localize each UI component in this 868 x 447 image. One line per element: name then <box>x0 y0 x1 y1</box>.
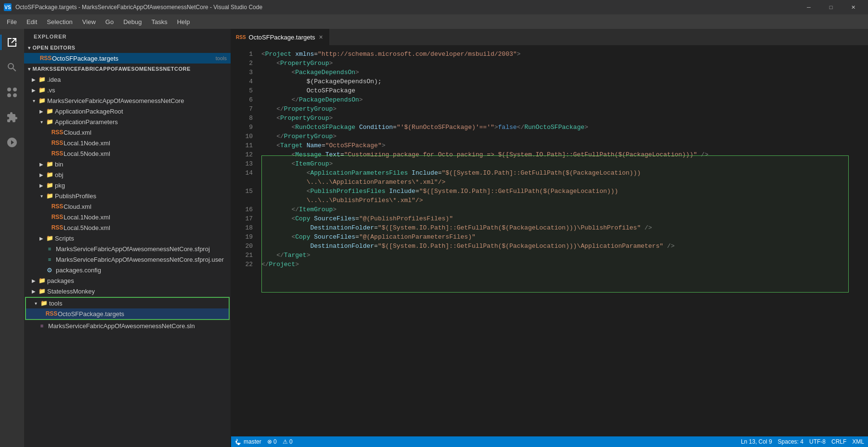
close-button[interactable]: ✕ <box>842 0 864 14</box>
tab-rss-icon: RSS <box>236 35 246 40</box>
app-params-folder[interactable]: ▾ 📁 ApplicationParameters <box>24 116 231 127</box>
sidebar-title: EXPLORER <box>24 29 231 42</box>
pp-local-5node[interactable]: ▶ RSS Local.5Node.xml <box>24 222 231 233</box>
open-editor-badge: tools <box>216 55 227 61</box>
sfproj-user-icon: ≡ <box>45 256 54 262</box>
stateless-monkey-folder[interactable]: ▶ 📁 StatelessMonkey <box>24 286 231 296</box>
code-line-17: <Copy SourceFiles="@(PublishProfilesFile… <box>261 214 868 223</box>
sln-label: MarksServiceFabricAppOfAwesomenessNetCor… <box>48 322 231 330</box>
sfproj-file[interactable]: ▶ ≡ MarksServiceFabricAppOfAwesomenessNe… <box>24 243 231 254</box>
scripts-folder[interactable]: ▶ 📁 Scripts <box>24 233 231 243</box>
search-icon[interactable] <box>0 56 24 79</box>
open-editor-item[interactable]: RSS OctoSFPackage.targets tools <box>24 53 231 64</box>
menu-item-go[interactable]: Go <box>101 14 118 29</box>
menu-item-selection[interactable]: Selection <box>42 14 77 29</box>
sln-file[interactable]: ▶ ≡ MarksServiceFabricAppOfAwesomenessNe… <box>24 320 231 331</box>
folder-icon: 📁 <box>45 108 54 115</box>
code-line-21: </Target> <box>261 251 868 260</box>
project-label: MARKSSERVICEFABRICAPPOFAWESOMENESSNETCOR… <box>33 66 191 72</box>
menu-item-tasks[interactable]: Tasks <box>146 14 172 29</box>
menubar: FileEditSelectionViewGoDebugTasksHelp <box>0 14 868 29</box>
sfproj-user-label: MarksServiceFabricAppOfAwesomenessNetCor… <box>56 256 231 263</box>
bin-folder[interactable]: ▶ 📁 bin <box>24 159 231 169</box>
warnings-count[interactable]: ⚠ 0 <box>283 438 293 445</box>
folder-icon: 📁 <box>45 171 54 178</box>
maximize-button[interactable]: □ <box>820 0 842 14</box>
open-editor-name: OctoSFPackage.targets <box>52 55 213 62</box>
folder-icon: 📁 <box>38 288 46 294</box>
local-1node-xml[interactable]: ▶ RSS Local.1Node.xml <box>24 138 231 148</box>
folder-icon: 📁 <box>38 76 46 83</box>
sfproj-icon: ≡ <box>45 246 54 252</box>
code-editor[interactable]: <Project xmlns="http://schemas.microsoft… <box>258 46 868 436</box>
config-icon: ⚙ <box>45 267 54 274</box>
errors-count[interactable]: ⊗ 0 <box>267 438 277 445</box>
packages-config-label: packages.config <box>56 267 231 274</box>
pkg-folder[interactable]: ▶ 📁 pkg <box>24 180 231 191</box>
octosf-targets-label: OctoSFPackage.targets <box>58 310 229 318</box>
open-editors-label: OPEN EDITORS <box>33 45 76 51</box>
menu-item-edit[interactable]: Edit <box>22 14 42 29</box>
code-line-1: <Project xmlns="http://schemas.microsoft… <box>261 50 868 59</box>
spaces[interactable]: Spaces: 4 <box>778 438 803 445</box>
debug-icon[interactable] <box>0 131 24 154</box>
line-col[interactable]: Ln 13, Col 9 <box>741 438 772 445</box>
code-line-14b: \..\..\ApplicationParameters\*.xml"/> <box>261 178 868 187</box>
pp-local-1node-label: Local.1Node.xml <box>64 214 231 221</box>
tab-bar: RSS OctoSFPackage.targets × <box>231 29 868 46</box>
obj-folder[interactable]: ▶ 📁 obj <box>24 169 231 180</box>
code-line-13: <ItemGroup> <box>261 159 868 168</box>
pp-local-5node-label: Local.5Node.xml <box>64 224 231 231</box>
app-package-root-label: ApplicationPackageRoot <box>55 108 231 115</box>
marks-label: MarksServiceFabricAppOfAwesomenessNetCor… <box>47 97 231 104</box>
publish-profiles-folder[interactable]: ▾ 📁 PublishProfiles <box>24 191 231 201</box>
menu-item-debug[interactable]: Debug <box>118 14 146 29</box>
code-line-7: </PropertyGroup> <box>261 104 868 114</box>
sln-icon: ≡ <box>38 323 46 329</box>
source-control-icon[interactable] <box>0 81 24 104</box>
stateless-monkey-label: StatelessMonkey <box>47 288 231 295</box>
explorer-icon[interactable] <box>0 31 24 54</box>
open-editors-header[interactable]: ▾ OPEN EDITORS <box>24 42 231 53</box>
sfproj-user-file[interactable]: ▶ ≡ MarksServiceFabricAppOfAwesomenessNe… <box>24 254 231 265</box>
octosf-targets-file[interactable]: ▶ RSS OctoSFPackage.targets <box>26 308 229 319</box>
packages-config-file[interactable]: ▶ ⚙ packages.config <box>24 265 231 275</box>
editor-tab[interactable]: RSS OctoSFPackage.targets × <box>231 29 329 45</box>
folder-icon: 📁 <box>45 235 54 242</box>
app-container: EXPLORER ▾ OPEN EDITORS RSS OctoSFPackag… <box>0 29 868 447</box>
code-line-5: OctoSFPackage <box>261 86 868 95</box>
folder-icon: 📁 <box>38 277 46 284</box>
menu-item-file[interactable]: File <box>2 14 22 29</box>
tab-close-button[interactable]: × <box>318 33 324 41</box>
tools-label: tools <box>49 300 229 307</box>
sfproj-label: MarksServiceFabricAppOfAwesomenessNetCor… <box>56 245 231 253</box>
menu-item-view[interactable]: View <box>78 14 101 29</box>
minimize-button[interactable]: ─ <box>798 0 820 14</box>
line-ending[interactable]: CRLF <box>831 438 846 445</box>
pp-local-1node[interactable]: ▶ RSS Local.1Node.xml <box>24 212 231 222</box>
code-line-19: <Copy SourceFiles="@(ApplicationParamete… <box>261 232 868 242</box>
folder-icon: 📁 <box>45 192 54 199</box>
idea-folder[interactable]: ▶ 📁 .idea <box>24 74 231 85</box>
packages-folder[interactable]: ▶ 📁 packages <box>24 275 231 286</box>
marks-folder[interactable]: ▾ 📁 MarksServiceFabricAppOfAwesomenessNe… <box>24 95 231 106</box>
local-5node-xml-1[interactable]: ▶ RSS Local.5Node.xml <box>24 148 231 159</box>
code-line-8: <PropertyGroup> <box>261 114 868 123</box>
xml-icon: RSS <box>53 150 62 157</box>
vs-folder[interactable]: ▶ 📁 .vs <box>24 85 231 95</box>
pkg-label: pkg <box>55 182 231 189</box>
language[interactable]: XML <box>852 438 864 445</box>
tools-folder[interactable]: ▾ 📁 tools <box>26 298 229 308</box>
code-line-10: </PropertyGroup> <box>261 132 868 141</box>
menu-item-help[interactable]: Help <box>172 14 195 29</box>
project-header[interactable]: ▾ MARKSSERVICEFABRICAPPOFAWESOMENESSNETC… <box>24 64 231 74</box>
obj-label: obj <box>55 171 231 179</box>
git-branch[interactable]: master <box>235 438 261 445</box>
app-package-root-folder[interactable]: ▶ 📁 ApplicationPackageRoot <box>24 106 231 116</box>
code-line-9: <RunOctoSFPackage Condition="'$(RunOctoS… <box>261 123 868 132</box>
cloud-xml-1[interactable]: ▶ RSS Cloud.xml <box>24 127 231 138</box>
encoding[interactable]: UTF-8 <box>809 438 826 445</box>
pp-cloud-xml[interactable]: ▶ RSS Cloud.xml <box>24 201 231 212</box>
project-arrow: ▾ <box>28 66 31 72</box>
extensions-icon[interactable] <box>0 106 24 129</box>
